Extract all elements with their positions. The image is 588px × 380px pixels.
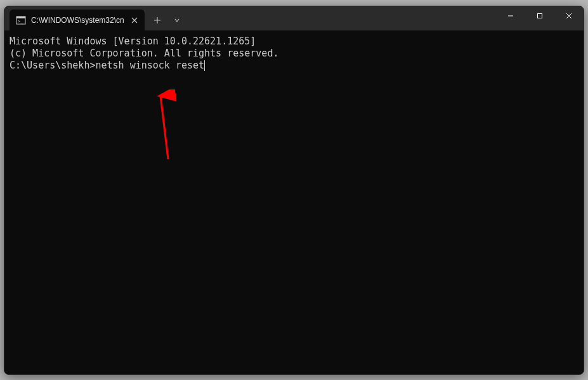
- terminal-output-line: (c) Microsoft Corporation. All rights re…: [10, 48, 578, 60]
- tab-dropdown-button[interactable]: [167, 10, 186, 30]
- terminal-content[interactable]: Microsoft Windows [Version 10.0.22621.12…: [4, 30, 584, 374]
- active-tab[interactable]: >_ C:\WINDOWS\system32\cn: [10, 10, 145, 30]
- cmd-icon: >_: [16, 15, 26, 25]
- terminal-prompt-line: C:\Users\shekh>netsh winsock reset: [10, 60, 578, 72]
- window-controls: [496, 6, 584, 25]
- tab-title: C:\WINDOWS\system32\cn: [31, 16, 124, 25]
- terminal-cursor: [204, 60, 205, 71]
- titlebar[interactable]: >_ C:\WINDOWS\system32\cn: [4, 6, 584, 30]
- titlebar-drag-area[interactable]: [186, 6, 496, 30]
- close-button[interactable]: [554, 6, 584, 25]
- new-tab-button[interactable]: [147, 10, 167, 30]
- svg-rect-1: [16, 16, 25, 18]
- svg-line-12: [160, 96, 168, 159]
- svg-rect-8: [538, 14, 542, 18]
- tab-close-button[interactable]: [129, 15, 140, 25]
- arrow-annotation-icon: [152, 89, 177, 166]
- maximize-button[interactable]: [525, 6, 554, 25]
- tab-area: >_ C:\WINDOWS\system32\cn: [4, 6, 186, 30]
- terminal-prompt: C:\Users\shekh>: [10, 60, 95, 72]
- svg-text:>_: >_: [18, 19, 23, 24]
- terminal-output-line: Microsoft Windows [Version 10.0.22621.12…: [10, 36, 578, 48]
- terminal-command: netsh winsock reset: [95, 60, 204, 72]
- terminal-window: >_ C:\WINDOWS\system32\cn: [4, 6, 584, 375]
- minimize-button[interactable]: [496, 6, 525, 25]
